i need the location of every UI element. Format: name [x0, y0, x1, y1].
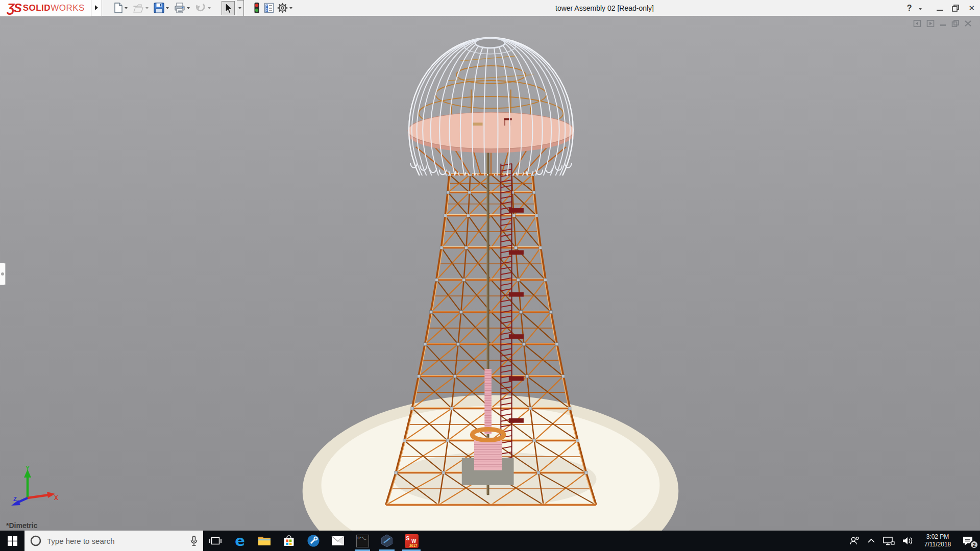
select-dropdown-button[interactable]	[237, 0, 244, 16]
document-window-controls	[913, 19, 972, 28]
restore-button[interactable]	[952, 5, 960, 12]
open-folder-icon	[133, 3, 144, 13]
undo-button[interactable]	[194, 2, 213, 14]
hexagon-app-button[interactable]	[375, 531, 399, 551]
hexagon-app-icon	[380, 534, 394, 547]
taskbar-search[interactable]	[24, 531, 203, 551]
axis-y-label: Y	[26, 465, 30, 472]
select-tool-button[interactable]	[222, 1, 235, 15]
notification-count-badge: 2	[970, 540, 978, 549]
select-cursor-icon	[224, 3, 233, 14]
wrench-circle-icon	[307, 534, 320, 547]
tray-date: 7/11/2018	[921, 541, 954, 548]
system-tray: 3:02 PM 7/11/2018 2	[849, 531, 980, 551]
flyout-arrow-icon	[94, 5, 99, 11]
save-floppy-icon	[154, 3, 164, 13]
save-dropdown-arrow[interactable]	[166, 7, 169, 9]
menu-flyout-button[interactable]	[91, 0, 102, 16]
gear-icon	[277, 3, 288, 13]
quick-access-toolbar	[113, 0, 295, 16]
minimize-button[interactable]	[937, 10, 943, 11]
new-dropdown-arrow[interactable]	[125, 7, 128, 9]
tray-time: 3:02 PM	[921, 533, 954, 541]
options-button[interactable]	[277, 2, 295, 14]
solidworks-logo: ƷS SOLIDWORKS	[0, 0, 91, 16]
cortana-icon	[30, 535, 42, 547]
windows-logo-icon	[8, 536, 17, 546]
window-controls: ? ✕	[907, 0, 975, 16]
search-input[interactable]	[47, 537, 185, 545]
new-document-button[interactable]	[113, 2, 130, 14]
action-center-button[interactable]: 2	[962, 535, 974, 546]
file-properties-icon	[264, 3, 274, 13]
graphics-area[interactable]: Y X Z *Dimetric	[0, 16, 980, 531]
tab-dot	[1, 272, 4, 276]
store-icon	[283, 535, 295, 547]
tower-assembly-model	[0, 16, 980, 531]
rebuild-button[interactable]	[252, 1, 261, 15]
file-explorer-button[interactable]	[252, 531, 277, 551]
task-view-button[interactable]	[203, 531, 228, 551]
pane-toggle-left-icon[interactable]	[913, 19, 922, 28]
clock[interactable]: 3:02 PM 7/11/2018	[921, 533, 954, 548]
cmd-icon: C:\_	[356, 535, 369, 547]
doc-close-button[interactable]	[964, 19, 972, 28]
axis-z-label: Z	[13, 496, 17, 502]
open-dropdown-arrow[interactable]	[145, 7, 149, 9]
save-button[interactable]	[153, 2, 172, 14]
edge-icon: e	[235, 534, 245, 548]
dassault-logo-glyph: ƷS	[7, 1, 21, 15]
edge-browser-button[interactable]: e	[228, 531, 252, 551]
titlebar: ƷS SOLIDWORKS	[0, 0, 980, 16]
solidworks-app-button[interactable]: S W 2017	[399, 531, 424, 551]
traffic-light-icon	[253, 2, 261, 14]
axis-x-label: X	[54, 494, 58, 502]
options-dropdown-arrow[interactable]	[289, 7, 292, 9]
solidworks-2017-icon: S W 2017	[405, 534, 419, 548]
doc-minimize-button[interactable]	[940, 19, 947, 28]
start-button[interactable]	[0, 531, 24, 551]
people-icon[interactable]	[849, 536, 860, 546]
open-document-button[interactable]	[132, 2, 151, 14]
print-dropdown-arrow[interactable]	[187, 7, 190, 9]
undo-dropdown-arrow[interactable]	[208, 7, 211, 9]
print-button[interactable]	[174, 2, 192, 14]
doc-restore-button[interactable]	[951, 19, 960, 28]
logo-text-solid: SOLID	[23, 3, 51, 13]
mail-app-button[interactable]	[326, 531, 350, 551]
command-prompt-button[interactable]: C:\_	[350, 531, 375, 551]
task-view-icon	[209, 535, 222, 546]
file-explorer-icon	[258, 535, 271, 546]
feature-tree-collapse-tab[interactable]	[0, 263, 6, 285]
undo-arrow-icon	[195, 3, 206, 13]
tools-app-button[interactable]	[301, 531, 326, 551]
tray-expand-chevron-icon[interactable]	[867, 538, 875, 543]
microsoft-store-button[interactable]	[277, 531, 301, 551]
windows-taskbar: e C:\_	[0, 531, 980, 551]
network-icon[interactable]	[883, 536, 895, 546]
view-orientation-label: *Dimetric	[6, 521, 37, 530]
mail-icon	[331, 536, 345, 546]
help-dropdown-arrow[interactable]	[919, 8, 922, 10]
pane-toggle-right-icon[interactable]	[926, 19, 935, 28]
volume-icon[interactable]	[902, 536, 914, 546]
orientation-triad: Y X Z	[8, 464, 59, 510]
close-button[interactable]: ✕	[968, 4, 975, 13]
file-properties-button[interactable]	[263, 2, 275, 14]
new-document-icon	[114, 3, 123, 13]
logo-text-works: WORKS	[51, 3, 85, 13]
print-icon	[174, 3, 185, 13]
window-title: tower Assembly 02 [Read-only]	[555, 0, 654, 16]
help-button[interactable]: ?	[907, 4, 912, 13]
microphone-icon[interactable]	[190, 535, 198, 546]
